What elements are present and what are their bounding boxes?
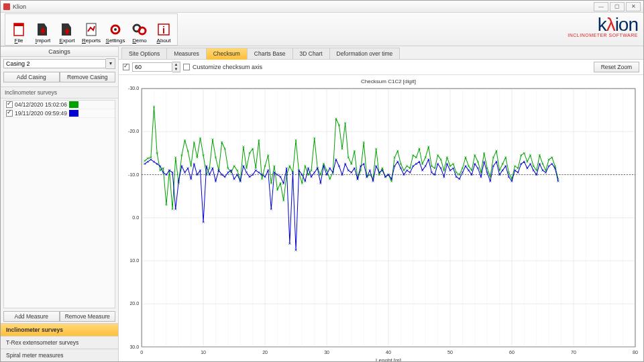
customize-label: Customize checksum axis (193, 64, 262, 70)
tab[interactable]: Measures (166, 48, 206, 59)
minimize-button[interactable]: — (594, 2, 608, 11)
maximize-button[interactable]: ▢ (610, 2, 625, 11)
survey-list: 04/12/2020 15:02:0619/11/2020 09:59:49 (3, 100, 115, 308)
app-window: Klion — ▢ ✕ File Import Export Reports S… (0, 0, 644, 362)
tab[interactable]: Deformation over time (329, 48, 400, 59)
main-toolbar: File Import Export Reports Settings Demo… (1, 13, 643, 46)
import-button[interactable]: Import (31, 15, 55, 44)
window-title: Klion (13, 3, 26, 10)
svg-text:60: 60 (509, 350, 515, 355)
svg-text:10.0: 10.0 (129, 258, 139, 263)
chart[interactable]: 01020304050607080-30.0-20.0-10.00.010.02… (120, 76, 642, 360)
svg-text:80: 80 (633, 350, 638, 355)
section-item[interactable]: T-Rex extensometer surveys (1, 336, 118, 349)
about-button[interactable]: i About (152, 15, 176, 44)
app-icon (3, 3, 10, 10)
gear-icon (107, 21, 123, 38)
svg-point-4 (114, 28, 117, 31)
tabs: Site OptionsMeasuresChecksumCharts Base3… (119, 46, 643, 60)
spin-input[interactable] (132, 62, 172, 72)
export-button[interactable]: Export (55, 15, 79, 44)
svg-text:-10.0: -10.0 (128, 172, 139, 177)
svg-text:30.0: 30.0 (129, 345, 139, 349)
survey-label: 19/11/2020 09:59:49 (15, 110, 67, 117)
file-button[interactable]: File (7, 15, 31, 44)
tab[interactable]: Checksum (206, 48, 248, 60)
surveys-label: Inclinometer surveys (1, 86, 118, 99)
tab[interactable]: Charts Base (247, 48, 293, 59)
reset-zoom-button[interactable]: Reset Zoom (594, 62, 639, 72)
survey-checkbox[interactable] (6, 101, 13, 108)
section-item[interactable]: Inclinometer surveys (1, 323, 118, 336)
chart-options: ▲▼ Customize checksum axis Reset Zoom (119, 60, 643, 75)
reports-icon (83, 21, 99, 38)
svg-text:0.0: 0.0 (132, 215, 139, 220)
tab[interactable]: 3D Chart (292, 48, 330, 59)
color-swatch (69, 101, 78, 108)
customize-checkbox[interactable] (183, 64, 190, 70)
chevron-down-icon[interactable]: ▾ (106, 58, 115, 69)
svg-text:Checksum C1C2 [digit]: Checksum C1C2 [digit] (361, 78, 416, 84)
settings-button[interactable]: Settings (103, 15, 127, 44)
svg-text:-30.0: -30.0 (128, 86, 139, 90)
svg-text:i: i (162, 25, 165, 36)
svg-text:-20.0: -20.0 (128, 129, 139, 133)
main-panel: Site OptionsMeasuresChecksumCharts Base3… (119, 46, 643, 361)
demo-button[interactable]: Demo (127, 15, 152, 44)
close-button[interactable]: ✕ (626, 2, 641, 11)
svg-rect-2 (87, 23, 96, 36)
reports-button[interactable]: Reports (79, 15, 103, 44)
color-swatch (69, 110, 78, 117)
svg-text:20: 20 (262, 350, 268, 355)
svg-text:50: 50 (447, 350, 453, 355)
survey-row[interactable]: 04/12/2020 15:02:06 (4, 101, 115, 109)
add-measure-button[interactable]: Add Measure (3, 311, 60, 322)
export-icon (59, 21, 75, 38)
svg-text:30: 30 (324, 350, 329, 355)
brand-logo: kλion INCLINOMETER SOFTWARE (568, 14, 638, 38)
casings-header: Casings (1, 46, 118, 57)
checksum-checkbox[interactable] (123, 64, 129, 70)
casing-select[interactable] (3, 59, 106, 68)
sidebar: Casings ▾ Add Casing Remove Casing Incli… (1, 46, 119, 361)
svg-text:Lenght [m]: Lenght [m] (376, 357, 401, 361)
svg-text:0: 0 (140, 350, 143, 355)
section-item[interactable]: Spiral meter measures (1, 349, 118, 361)
svg-rect-1 (14, 23, 23, 26)
spin-arrows[interactable]: ▲▼ (172, 62, 180, 72)
titlebar: Klion — ▢ ✕ (1, 1, 643, 13)
svg-point-6 (139, 27, 146, 34)
svg-text:20.0: 20.0 (129, 301, 139, 306)
demo-icon (131, 21, 148, 38)
svg-text:70: 70 (571, 350, 576, 355)
remove-measure-button[interactable]: Remove Measure (60, 311, 116, 322)
survey-label: 04/12/2020 15:02:06 (15, 101, 67, 108)
remove-casing-button[interactable]: Remove Casing (60, 72, 116, 82)
survey-checkbox[interactable] (6, 110, 13, 117)
svg-text:40: 40 (386, 350, 391, 355)
tab[interactable]: Site Options (121, 48, 167, 59)
survey-row[interactable]: 19/11/2020 09:59:49 (4, 109, 115, 118)
svg-text:10: 10 (201, 350, 206, 355)
import-icon (35, 21, 51, 38)
file-icon (11, 21, 27, 38)
info-icon: i (156, 21, 172, 38)
add-casing-button[interactable]: Add Casing (3, 72, 60, 82)
